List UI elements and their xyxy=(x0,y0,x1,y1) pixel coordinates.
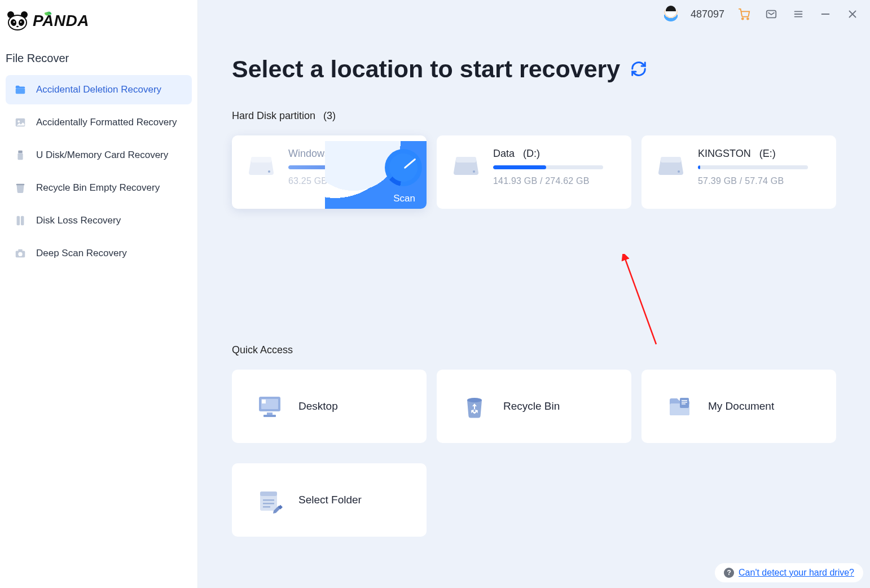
minimize-icon[interactable] xyxy=(818,7,833,21)
svg-rect-45 xyxy=(682,403,686,405)
refresh-icon[interactable] xyxy=(630,55,647,83)
drive-card-e[interactable]: KINGSTON (E:)57.39 GB / 57.74 GB xyxy=(641,135,836,209)
svg-rect-42 xyxy=(680,398,689,408)
svg-rect-37 xyxy=(262,400,266,403)
document-icon xyxy=(665,392,693,420)
trash-icon xyxy=(14,181,27,195)
svg-point-33 xyxy=(678,170,680,173)
svg-point-31 xyxy=(473,170,475,173)
svg-rect-38 xyxy=(267,413,273,415)
partition-heading: Hard Disk partition (3) xyxy=(232,110,836,122)
svg-rect-11 xyxy=(18,151,22,153)
sidebar-section-title: File Recover xyxy=(0,46,197,75)
help-icon: ? xyxy=(724,568,734,578)
topbar: 487097 xyxy=(198,0,870,28)
cart-icon[interactable] xyxy=(737,7,752,21)
svg-rect-28 xyxy=(251,157,271,163)
drive-size-text: 141.93 GB / 274.62 GB xyxy=(493,176,603,186)
quick-access-my-document[interactable]: My Document xyxy=(641,370,836,443)
quick-access-select-folder[interactable]: Select Folder xyxy=(232,463,427,537)
sidebar-item-label: Accidental Deletion Recovery xyxy=(36,84,161,95)
sidebar-item-label: Deep Scan Recovery xyxy=(36,248,127,259)
drive-usage-bar xyxy=(493,165,603,169)
sidebar-item-u-disk-memory-card-recovery[interactable]: U Disk/Memory Card Recovery xyxy=(6,141,192,170)
svg-rect-13 xyxy=(16,184,25,186)
svg-rect-14 xyxy=(17,216,20,226)
svg-point-19 xyxy=(742,18,744,20)
help-link[interactable]: Can't detect your hard drive? xyxy=(739,568,854,578)
desktop-icon xyxy=(256,392,284,420)
svg-point-17 xyxy=(18,252,22,256)
svg-rect-49 xyxy=(263,503,274,504)
svg-rect-8 xyxy=(16,88,25,94)
sidebar-item-label: Recycle Bin Empty Recovery xyxy=(36,182,160,194)
brand-text: PANDA xyxy=(33,12,89,30)
svg-rect-18 xyxy=(18,249,22,252)
drive-name: Data (D:) xyxy=(493,148,603,160)
panda-icon xyxy=(7,11,28,30)
svg-rect-39 xyxy=(263,415,276,417)
scan-gauge-icon[interactable] xyxy=(385,149,422,186)
sidebar-item-label: Accidentally Formatted Recovery xyxy=(36,117,177,128)
annotation-arrow xyxy=(621,254,672,350)
sidebar-item-label: U Disk/Memory Card Recovery xyxy=(36,150,168,161)
svg-rect-43 xyxy=(682,400,687,401)
close-icon[interactable] xyxy=(845,7,860,21)
svg-rect-47 xyxy=(260,492,277,496)
camera-icon xyxy=(14,247,27,260)
menu-icon[interactable] xyxy=(791,7,806,21)
svg-point-5 xyxy=(14,21,15,23)
svg-point-7 xyxy=(16,26,19,28)
scan-label: Scan xyxy=(393,193,415,204)
quick-access-label: My Document xyxy=(708,400,774,413)
svg-point-10 xyxy=(17,120,20,122)
quick-access-recycle-bin[interactable]: Recycle Bin xyxy=(437,370,631,443)
recycle-icon xyxy=(460,392,489,420)
sidebar-item-deep-scan-recovery[interactable]: Deep Scan Recovery xyxy=(6,239,192,268)
svg-rect-44 xyxy=(682,402,687,403)
svg-rect-50 xyxy=(263,506,270,508)
svg-point-20 xyxy=(747,18,749,20)
drive-usage-bar xyxy=(698,165,808,169)
svg-rect-15 xyxy=(21,216,24,226)
user-avatar[interactable] xyxy=(664,7,678,21)
disk-icon xyxy=(14,214,27,227)
sidebar: PANDA File Recover Accidental Deletion R… xyxy=(0,0,198,588)
svg-line-34 xyxy=(625,257,656,344)
usb-icon xyxy=(14,148,27,162)
image-icon xyxy=(14,116,27,129)
sidebar-item-accidental-deletion-recovery[interactable]: Accidental Deletion Recovery xyxy=(6,75,192,104)
drive-card-d[interactable]: Data (D:)141.93 GB / 274.62 GB xyxy=(437,135,631,209)
mail-icon[interactable] xyxy=(764,7,779,21)
sidebar-item-disk-loss-recovery[interactable]: Disk Loss Recovery xyxy=(6,206,192,235)
drive-name: KINGSTON (E:) xyxy=(698,148,808,160)
quick-access-desktop[interactable]: Desktop xyxy=(232,370,427,443)
sidebar-item-label: Disk Loss Recovery xyxy=(36,215,121,226)
folder-edit-icon xyxy=(256,486,284,514)
sidebar-item-accidentally-formatted-recovery[interactable]: Accidentally Formatted Recovery xyxy=(6,108,192,137)
drive-icon xyxy=(656,151,686,181)
user-id-text: 487097 xyxy=(691,8,724,20)
svg-rect-30 xyxy=(456,157,476,163)
drive-card-c[interactable]: Windows-SSD (C:)63.25 GB / 200.10 GBScan xyxy=(232,135,427,209)
drive-size-text: 57.39 GB / 57.74 GB xyxy=(698,176,808,186)
svg-rect-48 xyxy=(263,499,274,501)
quick-access-label: Select Folder xyxy=(298,494,362,506)
svg-point-29 xyxy=(268,170,270,173)
sidebar-item-recycle-bin-empty-recovery[interactable]: Recycle Bin Empty Recovery xyxy=(6,173,192,203)
help-link-container: ? Can't detect your hard drive? xyxy=(715,563,863,582)
quick-access-label: Recycle Bin xyxy=(503,400,560,413)
svg-point-6 xyxy=(20,21,22,23)
svg-point-40 xyxy=(467,398,482,402)
quick-access-label: Desktop xyxy=(298,400,338,413)
drive-icon xyxy=(451,151,481,181)
svg-rect-32 xyxy=(661,157,681,163)
svg-rect-12 xyxy=(17,153,23,160)
page-title: Select a location to start recovery xyxy=(232,55,836,83)
quick-access-heading: Quick Access xyxy=(232,344,836,356)
brand-logo: PANDA xyxy=(0,7,197,46)
drive-icon xyxy=(247,151,276,181)
folder-icon xyxy=(14,83,27,96)
